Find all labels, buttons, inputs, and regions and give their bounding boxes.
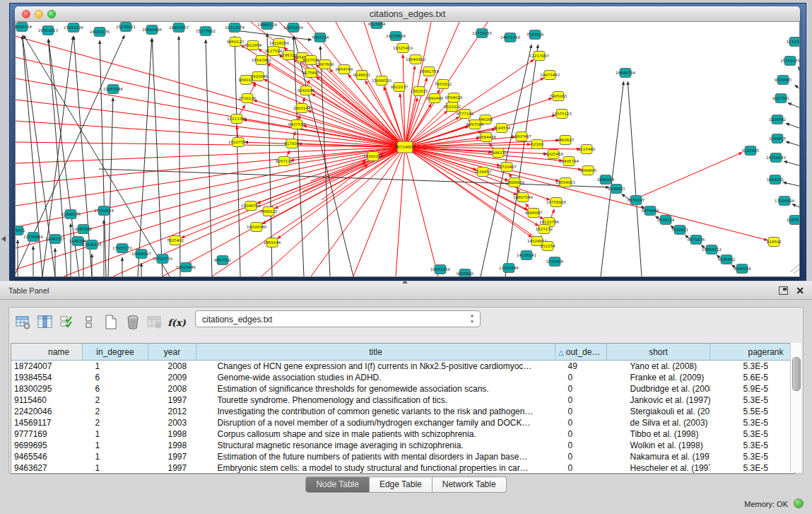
table-row[interactable]: 1830029562008Estimation of significance … xyxy=(11,383,795,395)
vertical-scrollbar[interactable] xyxy=(790,343,801,472)
svg-text:10719155: 10719155 xyxy=(472,31,492,35)
table-toolbar: f(x) xyxy=(13,311,189,334)
svg-text:1112304: 1112304 xyxy=(787,40,800,44)
column-header-pagerank[interactable]: pagerank xyxy=(710,344,796,361)
svg-text:9463627: 9463627 xyxy=(557,138,575,142)
table-row[interactable]: 911546021997Tourette syndrome. Phenomeno… xyxy=(11,395,795,406)
svg-text:12933446: 12933446 xyxy=(499,266,519,270)
svg-text:1167533: 1167533 xyxy=(787,218,800,222)
svg-text:12975115: 12975115 xyxy=(552,112,572,116)
table-header-row: namein_degreeyeartitle△out_de…shortpager… xyxy=(11,344,795,361)
table-panel-titlebar[interactable]: Table Panel ✕ xyxy=(0,281,812,300)
svg-text:7632621: 7632621 xyxy=(671,228,689,232)
svg-text:12942757: 12942757 xyxy=(45,237,65,241)
import-table-icon[interactable] xyxy=(145,313,165,332)
new-column-icon[interactable] xyxy=(101,313,121,332)
application-window: citations_edges.txt 24055724205538132309… xyxy=(0,0,812,514)
clear-selection-icon[interactable] xyxy=(79,313,99,332)
close-panel-icon[interactable]: ✕ xyxy=(796,284,804,297)
svg-text:10653257: 10653257 xyxy=(169,25,189,30)
table-selector-dropdown[interactable]: citations_edges.txt ▲▼ xyxy=(195,310,481,327)
svg-text:16210643: 16210643 xyxy=(766,156,786,160)
svg-text:16782759: 16782759 xyxy=(153,257,172,261)
table-row[interactable]: 1938455462009Genome-wide association stu… xyxy=(11,372,795,383)
svg-text:11156869: 11156869 xyxy=(23,235,43,239)
delete-column-icon[interactable] xyxy=(123,313,143,332)
cell-name: 9115460 xyxy=(11,395,83,406)
select-all-icon[interactable] xyxy=(57,313,77,332)
svg-text:252254: 252254 xyxy=(541,244,555,248)
function-builder-icon[interactable]: f(x) xyxy=(167,313,187,332)
cell-in_degree: 2 xyxy=(83,417,148,428)
svg-text:21053346: 21053346 xyxy=(103,87,123,91)
svg-text:1640954: 1640954 xyxy=(597,177,615,182)
cell-in_degree: 6 xyxy=(83,383,148,395)
svg-text:9457791: 9457791 xyxy=(214,258,232,262)
svg-text:1469144: 1469144 xyxy=(264,240,281,245)
table-selector-value: citations_edges.txt xyxy=(202,315,272,325)
memory-status-label[interactable]: Memory: OK xyxy=(744,500,788,508)
cell-short: Hescheler et al. (1997) xyxy=(607,462,710,474)
svg-text:18313074: 18313074 xyxy=(225,25,245,30)
table-row[interactable]: 946362711997Embryonic stem cells: a mode… xyxy=(11,462,795,474)
network-window-title: citations_edges.txt xyxy=(15,8,800,19)
table-row[interactable]: 946554611997Estimation of the future num… xyxy=(11,451,795,462)
network-canvas[interactable]: 2405572420553813230911062416317615276021… xyxy=(15,22,800,277)
network-window-titlebar[interactable]: citations_edges.txt xyxy=(15,6,800,22)
svg-text:9242848: 9242848 xyxy=(298,88,315,93)
cell-out_degree: 0 xyxy=(555,383,607,395)
cell-short: de Silva et al. (2003) xyxy=(607,417,710,428)
svg-text:7485063: 7485063 xyxy=(550,94,567,98)
cell-year: 2012 xyxy=(148,406,196,417)
scrollbar-thumb[interactable] xyxy=(792,357,801,391)
column-header-name[interactable]: name xyxy=(11,344,83,361)
tab-edge-table[interactable]: Edge Table xyxy=(370,477,433,493)
column-header-in_degree[interactable]: in_degree xyxy=(83,344,148,361)
memory-ok-indicator[interactable] xyxy=(794,498,804,508)
svg-text:19756928: 19756928 xyxy=(546,200,566,204)
column-header-label: in_degree xyxy=(96,347,134,357)
node-table: namein_degreeyeartitle△out_de…shortpager… xyxy=(11,343,795,474)
column-header-year[interactable]: year xyxy=(148,344,196,361)
column-header-title[interactable]: title xyxy=(196,344,555,361)
table-row[interactable]: 977716911998Corpus callosum shape and si… xyxy=(11,428,795,440)
sort-ascending-icon: △ xyxy=(558,349,564,356)
column-header-out_degree[interactable]: △out_de… xyxy=(555,344,607,361)
cell-out_degree: 0 xyxy=(555,462,607,474)
svg-text:9699695: 9699695 xyxy=(579,168,597,173)
column-header-label: year xyxy=(164,347,180,357)
cell-in_degree: 1 xyxy=(83,361,148,373)
svg-text:6794028: 6794028 xyxy=(445,95,463,100)
svg-text:9115460: 9115460 xyxy=(578,147,596,151)
table-row[interactable]: 1872400712008Changes of HCN gene express… xyxy=(11,361,795,373)
splitter-arrow-icon[interactable] xyxy=(402,280,408,284)
svg-text:8938923: 8938923 xyxy=(608,187,625,191)
svg-text:9195014: 9195014 xyxy=(734,267,751,271)
sidebar-collapse-arrow-icon[interactable] xyxy=(1,236,6,242)
cell-in_degree: 1 xyxy=(83,428,148,440)
table-row[interactable]: 2242004622012Investigating the contribut… xyxy=(11,406,795,417)
svg-text:9777169: 9777169 xyxy=(457,112,474,116)
svg-text:835051: 835051 xyxy=(15,228,25,233)
cell-title: Estimation of the future numbers of pati… xyxy=(196,451,555,462)
cell-in_degree: 1 xyxy=(83,462,148,474)
cell-name: 14569117 xyxy=(11,417,83,428)
svg-text:16120746: 16120746 xyxy=(539,220,559,224)
tab-network-table[interactable]: Network Table xyxy=(433,477,507,493)
cell-title: Estimation of significance thresholds fo… xyxy=(196,383,555,395)
tab-node-table[interactable]: Node Table xyxy=(305,477,370,493)
column-header-short[interactable]: short xyxy=(607,344,710,361)
svg-text:3024554: 3024554 xyxy=(493,126,511,130)
table-options-icon[interactable] xyxy=(13,313,33,332)
svg-text:7986372: 7986372 xyxy=(490,151,507,155)
float-window-icon[interactable] xyxy=(779,286,788,295)
table-row[interactable]: 969969511998Structural magnetic resonanc… xyxy=(11,440,795,451)
svg-text:16099348: 16099348 xyxy=(247,225,266,229)
svg-text:19495794: 19495794 xyxy=(559,159,579,163)
function-builder-label: f(x) xyxy=(167,317,186,328)
table-row[interactable]: 1456911722003Disruption of a novel membe… xyxy=(11,417,795,428)
column-header-label: title xyxy=(369,347,382,357)
cell-out_degree: 0 xyxy=(555,395,607,406)
show-columns-icon[interactable] xyxy=(35,313,55,332)
svg-text:15688520: 15688520 xyxy=(372,78,392,83)
